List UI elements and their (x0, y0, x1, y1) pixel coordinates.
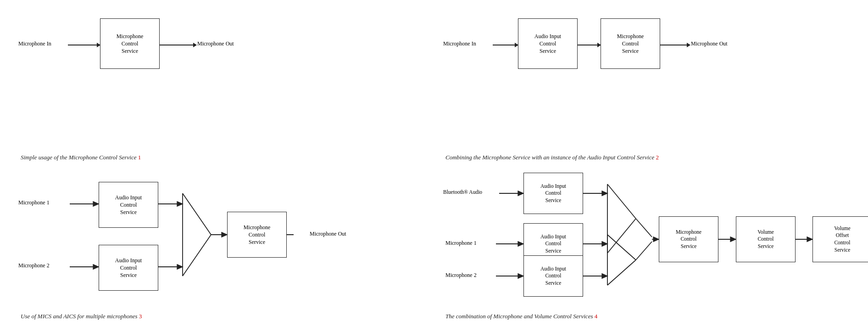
figure-3-cell: Microphone 1 Microphone 2 Audio InputCon… (9, 164, 434, 322)
svg-line-16 (607, 184, 636, 219)
main-container: Microphone In MicrophoneControlService M… (0, 0, 868, 327)
vcs-box-f4: VolumeControlService (736, 216, 796, 262)
figure-4-svg (443, 168, 865, 301)
aics-box-f2: Audio InputControlService (518, 18, 578, 69)
mic-out-label-f1: Microphone Out (197, 40, 234, 47)
aics-bt-box-f4: Audio InputControlService (523, 173, 583, 214)
svg-line-21 (636, 219, 652, 237)
mic2-label-f3: Microphone 2 (18, 262, 50, 269)
mics-box-f3: MicrophoneControlService (227, 212, 287, 258)
mic-out-label-f2: Microphone Out (691, 40, 728, 47)
figure-2-cell: Microphone In Audio InputControlService … (434, 5, 859, 164)
aics-mic2-box-f4: Audio InputControlService (523, 255, 583, 297)
mic-in-label-f2: Microphone In (443, 40, 476, 47)
arrow-in-f2 (493, 45, 518, 45)
arrow-in-f1 (68, 45, 100, 45)
mics-box-f1: MicrophoneControlService (100, 18, 160, 69)
arrow-mid-f2 (578, 45, 601, 45)
mic2-label-f4: Microphone 2 (445, 272, 477, 279)
figure-4-cell: Bluetooth® Audio Microphone 1 Microphone… (434, 164, 859, 322)
aics2-box-f3: Audio InputControlService (99, 245, 158, 291)
aics1-box-f3: Audio InputControlService (99, 182, 158, 228)
caption-f1: Simple usage of the Microphone Control S… (18, 154, 141, 161)
svg-line-20 (607, 260, 636, 285)
caption-f3: Use of MICS and AICS for multiple microp… (18, 313, 142, 320)
figure-4-diagram: Bluetooth® Audio Microphone 1 Microphone… (443, 168, 854, 310)
figure-1-diagram: Microphone In MicrophoneControlService M… (18, 9, 425, 151)
svg-line-17 (607, 219, 636, 253)
mic1-label-f4: Microphone 1 (445, 240, 477, 247)
figure-2-diagram: Microphone In Audio InputControlService … (443, 9, 850, 151)
svg-line-22 (636, 242, 652, 260)
svg-line-19 (607, 235, 636, 260)
mics-box-f2: MicrophoneControlService (601, 18, 660, 69)
caption-f4: The combination of Microphone and Volume… (443, 313, 597, 320)
caption-f2: Combining the Microphone Service with an… (443, 154, 659, 161)
bluetooth-label-f4: Bluetooth® Audio (443, 189, 482, 195)
arrow-out-f1 (160, 45, 196, 45)
mics-box-f4: MicrophoneControlService (659, 216, 718, 262)
mic-in-label-f1: Microphone In (18, 40, 51, 47)
mic-out-label-f3: Microphone Out (310, 231, 346, 237)
arrow-out-f2 (660, 45, 690, 45)
mic1-label-f3: Microphone 1 (18, 199, 50, 206)
figure-1-cell: Microphone In MicrophoneControlService M… (9, 5, 434, 164)
figure-3-diagram: Microphone 1 Microphone 2 Audio InputCon… (18, 168, 425, 310)
vocs-box-f4: VolumeOffsetControlService (812, 216, 868, 262)
